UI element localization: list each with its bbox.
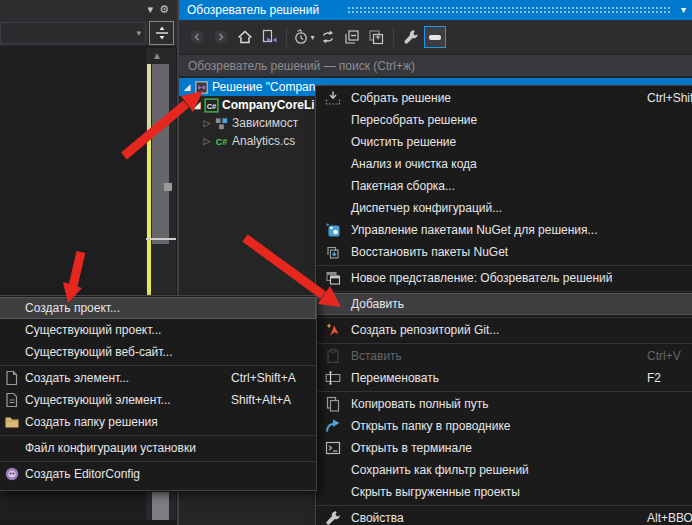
editor-pane-header: ▾ ⚙ — [0, 0, 177, 18]
menu-item[interactable]: Создать элемент...Ctrl+Shift+A — [0, 367, 316, 389]
menu-item[interactable]: Собрать решениеCtrl+Shift+B — [316, 87, 692, 109]
terminal-icon — [325, 440, 341, 456]
editor-bottom-edge — [0, 520, 177, 525]
editorconfig-icon — [4, 466, 20, 482]
menu-item[interactable]: Пересобрать решение — [316, 109, 692, 131]
menu-item-label: Собрать решение — [351, 91, 451, 105]
collapse-all-button[interactable] — [341, 26, 363, 48]
menu-item[interactable]: Создать проект... — [0, 297, 316, 319]
menu-item-label: Создать проект... — [25, 301, 120, 315]
menu-item[interactable]: Копировать полный путь — [316, 393, 692, 415]
menu-item-label: Сохранить как фильтр решений — [351, 463, 529, 477]
expander-expanded-icon[interactable]: ◢ — [181, 83, 193, 92]
expander-collapsed-icon[interactable]: ▷ — [201, 137, 213, 146]
dependencies-icon — [214, 116, 229, 131]
menu-item[interactable]: Сохранить как фильтр решений — [316, 459, 692, 481]
window-position-chevron-icon[interactable]: ▾ — [681, 4, 686, 15]
menu-item-label: Скрыть выгруженные проекты — [351, 485, 520, 499]
toolbar-separator — [393, 27, 394, 47]
scrollbar-caret-marker — [164, 183, 172, 191]
menu-item[interactable]: Восстановить пакеты NuGet — [316, 241, 692, 263]
open-folder-icon — [325, 418, 341, 434]
menu-item-label: Анализ и очистка кода — [351, 157, 477, 171]
menu-item[interactable]: Диспетчер конфигураций... — [316, 197, 692, 219]
scrollbar-up-icon[interactable]: ▲ — [152, 50, 162, 61]
menu-item: ВставитьCtrl+V — [316, 345, 692, 367]
menu-item[interactable]: Скрыть выгруженные проекты — [316, 481, 692, 503]
toolbar-separator — [286, 27, 287, 47]
menu-separator — [316, 291, 692, 292]
pending-changes-filter-button[interactable]: ▾ — [293, 26, 315, 48]
gear-icon[interactable]: ⚙ — [159, 4, 169, 15]
nuget-icon — [325, 222, 341, 238]
menu-item[interactable]: Открыть в терминале — [316, 437, 692, 459]
menu-item[interactable]: Существующий веб-сайт... — [0, 341, 316, 363]
tree-item-label: Зависимост — [232, 116, 298, 130]
svg-text:C#: C# — [207, 101, 217, 110]
add-submenu: Создать проект...Существующий проект...С… — [0, 295, 317, 491]
menu-item[interactable]: Управление пакетами NuGet для решения... — [316, 219, 692, 241]
scrollbar-thumb-lower[interactable] — [152, 492, 169, 521]
menu-separator — [316, 317, 692, 318]
expander-collapsed-icon[interactable]: ▷ — [201, 119, 213, 128]
menu-item[interactable]: Создать EditorConfig — [0, 463, 316, 485]
solution-icon — [194, 80, 209, 95]
menu-item[interactable]: Файл конфигурации установки — [0, 437, 316, 459]
preview-selected-items-button[interactable] — [424, 26, 446, 48]
existing-item-icon — [4, 392, 20, 408]
menu-item-shortcut: Ctrl+Shift+B — [647, 91, 692, 105]
menu-item-label: Копировать полный путь — [351, 397, 488, 411]
menu-item[interactable]: Создать репозиторий Git... — [316, 319, 692, 341]
new-item-icon — [4, 370, 20, 386]
scrollbar-thumb[interactable] — [152, 64, 169, 244]
navigation-combobox[interactable]: ▾ — [0, 22, 146, 44]
menu-item[interactable]: Пакетная сборка... — [316, 175, 692, 197]
menu-item[interactable]: Анализ и очистка кода — [316, 153, 692, 175]
sync-with-active-document-button[interactable] — [258, 26, 280, 48]
menu-separator — [0, 365, 316, 366]
build-icon — [325, 90, 341, 106]
show-all-files-button[interactable] — [365, 26, 387, 48]
new-view-icon — [325, 270, 341, 286]
home-button[interactable] — [234, 26, 256, 48]
collapse-all-icon — [344, 29, 360, 45]
properties-wrench-button[interactable] — [400, 26, 422, 48]
menu-item[interactable]: Создать папку решения — [0, 411, 316, 433]
solution-search-input[interactable] — [179, 55, 692, 76]
menu-item-label: Пакетная сборка... — [351, 179, 455, 193]
chevron-down-icon[interactable]: ▾ — [148, 4, 154, 15]
tree-item-label: Решение "Compan — [212, 80, 315, 94]
menu-item-label: Переименовать — [351, 371, 439, 385]
solution-explorer-title-bar[interactable]: Обозреватель решений ▾ — [179, 0, 692, 20]
chevron-down-icon: ▾ — [136, 29, 141, 38]
expander-expanded-icon[interactable]: ◢ — [191, 101, 203, 110]
menu-separator — [316, 265, 692, 266]
refresh-button[interactable] — [317, 26, 339, 48]
back-icon — [189, 29, 205, 45]
menu-item[interactable]: Открыть папку в проводнике — [316, 415, 692, 437]
menu-item-label: Создать EditorConfig — [25, 467, 140, 481]
menu-item[interactable]: Очистить решение — [316, 131, 692, 153]
split-window-button[interactable] — [149, 21, 174, 45]
menu-item-label: Файл конфигурации установки — [25, 441, 196, 455]
back-button[interactable] — [186, 26, 208, 48]
csharp-project-icon: C# — [204, 98, 219, 113]
show-all-files-icon — [368, 29, 384, 45]
menu-item-label: Создать элемент... — [25, 371, 129, 385]
menu-item-label: Диспетчер конфигураций... — [351, 201, 502, 215]
tree-item-label: Analytics.cs — [232, 134, 295, 148]
menu-item-shortcut: Ctrl+V — [647, 349, 681, 363]
tree-item-label: CompanyCoreLi — [222, 98, 315, 112]
title-grip-dots — [347, 6, 670, 15]
menu-item[interactable]: ПереименоватьF2 — [316, 367, 692, 389]
menu-item-shortcut: Ctrl+Shift+A — [231, 371, 296, 385]
menu-item-label: Создать репозиторий Git... — [351, 323, 499, 337]
menu-item[interactable]: СвойстваAlt+ВВОД — [316, 507, 692, 525]
menu-item[interactable]: Добавить — [316, 293, 692, 315]
menu-item[interactable]: Существующий элемент...Shift+Alt+A — [0, 389, 316, 411]
menu-item[interactable]: Существующий проект... — [0, 319, 316, 341]
split-window-icon — [154, 25, 170, 41]
menu-separator — [316, 391, 692, 392]
forward-button[interactable] — [210, 26, 232, 48]
menu-item[interactable]: Новое представление: Обозреватель решени… — [316, 267, 692, 289]
